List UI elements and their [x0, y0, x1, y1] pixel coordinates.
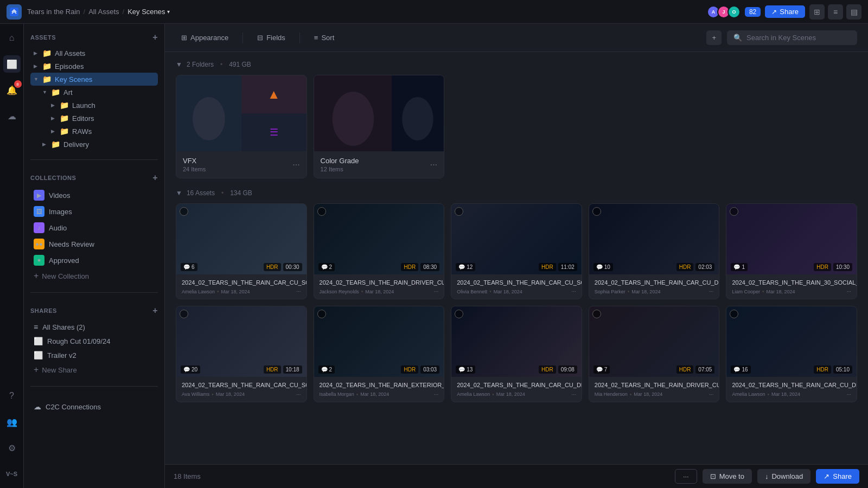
folder-more-button[interactable]: ···	[430, 160, 437, 170]
collection-audio[interactable]: ♪ Audio	[30, 220, 158, 236]
asset-more-button[interactable]: ···	[847, 288, 851, 294]
folder-card-color-grade[interactable]: Color Grade 12 Items ···	[314, 75, 445, 178]
comment-icon: 💬	[183, 264, 190, 270]
users-icon[interactable]: 👥	[3, 413, 21, 431]
asset-more-button[interactable]: ···	[434, 391, 438, 397]
asset-card[interactable]: 💬 2 HDR 08:30 2024_02_TEARS_IN_THE_RAIN_…	[314, 203, 445, 299]
folder-card-vfx[interactable]: ▲ ☰ VFX 24 Items	[176, 75, 307, 178]
asset-thumbnail: 💬 12 HDR 11:02	[451, 204, 582, 274]
view-icons: ⊞ ≡ ▤	[809, 4, 861, 20]
share-all-shares[interactable]: ≡ All Shares (2)	[30, 320, 158, 334]
settings-icon[interactable]: ⚙	[3, 439, 21, 457]
c2c-section: ☁ C2C Connections	[24, 391, 164, 418]
upload-icon[interactable]: ☁	[3, 107, 21, 125]
more-options-button[interactable]: ···	[675, 469, 697, 484]
collection-icon: 🖼	[34, 206, 44, 217]
asset-more-button[interactable]: ···	[709, 288, 713, 294]
folder-more-button[interactable]: ···	[292, 160, 299, 170]
asset-select-checkbox[interactable]	[180, 207, 188, 216]
home-icon[interactable]: ⌂	[3, 29, 21, 47]
help-icon[interactable]: ?	[3, 387, 21, 404]
new-collection-button[interactable]: + New Collection	[30, 268, 158, 284]
asset-card[interactable]: 💬 10 HDR 02:03 2024_02_TEARS_IN_THE_RAIN…	[589, 203, 720, 299]
asset-card[interactable]: 💬 6 HDR 00:30 2024_02_TEARS_IN_THE_RAIN_…	[176, 203, 307, 299]
asset-select-checkbox[interactable]	[317, 207, 326, 216]
comment-icon: 💬	[321, 367, 328, 373]
asset-name: 2024_02_TEARS_IN_THE_RAIN_EXTERIOR_CAR_C…	[320, 381, 439, 389]
share-button[interactable]: ↗ Share	[816, 469, 859, 484]
appearance-button[interactable]: ⊞ Appearance	[176, 30, 234, 45]
c2c-connections[interactable]: ☁ C2C Connections	[30, 400, 158, 414]
asset-select-checkbox[interactable]	[592, 310, 601, 318]
assets-section-header: Assets +	[30, 33, 158, 42]
asset-select-checkbox[interactable]	[730, 310, 738, 318]
comment-count: 💬 2	[318, 365, 335, 374]
move-to-button[interactable]: ⊡ Move to	[703, 469, 752, 484]
sidebar-item-key-scenes[interactable]: ▼ 📁 Key Scenes	[30, 73, 158, 86]
art-children: ▶ 📁 Launch ▶ 📁 Editors ▶ 📁 RAWs	[39, 99, 158, 138]
asset-card[interactable]: 💬 16 HDR 05:10 2024_02_TEARS_IN_THE_RAIN…	[726, 306, 857, 402]
hdr-badge: HDR	[264, 365, 281, 374]
share-rough-cut[interactable]: ⬜ Rough Cut 01/09/24	[30, 334, 158, 348]
chevron-icon: ▶	[42, 142, 48, 147]
sidebar-item-art[interactable]: ▼ 📁 Art	[39, 86, 158, 99]
add-asset-button[interactable]: +	[706, 30, 722, 45]
asset-name: 2024_02_TEARS_IN_THE_RAIN_CAR_CU_SCENE_0…	[457, 279, 576, 286]
asset-thumbnail: 💬 13 HDR 09:08	[451, 306, 582, 377]
asset-select-checkbox[interactable]	[455, 207, 463, 216]
asset-card[interactable]: 💬 1 HDR 10:30 2024_02_TEARS_IN_THE_RAIN_…	[726, 203, 857, 299]
sidebar-item-editors[interactable]: ▶ 📁 Editors	[48, 112, 158, 125]
new-share-button[interactable]: + New Share	[30, 362, 158, 377]
assets-icon[interactable]: ⬜	[3, 55, 21, 73]
app-logo	[7, 4, 22, 20]
add-collection-button[interactable]: +	[152, 173, 158, 183]
asset-select-checkbox[interactable]	[455, 310, 463, 318]
add-share-button[interactable]: +	[152, 306, 158, 316]
sidebar-item-raws[interactable]: ▶ 📁 RAWs	[48, 125, 158, 138]
asset-more-button[interactable]: ···	[434, 288, 438, 294]
asset-more-button[interactable]: ···	[296, 391, 301, 397]
asset-more-button[interactable]: ···	[847, 391, 851, 397]
grid-view-icon[interactable]: ⊞	[809, 4, 825, 20]
asset-more-button[interactable]: ···	[571, 391, 576, 397]
sidebar-item-launch[interactable]: ▶ 📁 Launch	[48, 99, 158, 112]
asset-more-button[interactable]: ···	[709, 391, 713, 397]
fields-button[interactable]: ⊟ Fields	[252, 30, 291, 45]
asset-card[interactable]: 💬 20 HDR 10:18 2024_02_TEARS_IN_THE_RAIN…	[176, 306, 307, 402]
sidebar-item-episodes[interactable]: ▶ 📁 Episodes	[30, 60, 158, 73]
asset-select-checkbox[interactable]	[180, 310, 188, 318]
share-trailer-v2[interactable]: ⬜ Trailer v2	[30, 348, 158, 362]
notification-badge: 8	[14, 80, 22, 88]
asset-more-button[interactable]: ···	[296, 288, 301, 294]
share-button[interactable]: ↗ Share	[765, 5, 805, 18]
asset-select-checkbox[interactable]	[592, 207, 601, 216]
download-button[interactable]: ↓ Download	[757, 469, 810, 484]
asset-select-checkbox[interactable]	[730, 207, 738, 216]
sort-button[interactable]: ≡ Sort	[309, 30, 340, 45]
asset-card[interactable]: 💬 7 HDR 07:05 2024_02_TEARS_IN_THE_RAIN_…	[589, 306, 720, 402]
asset-card[interactable]: 💬 2 HDR 03:03 2024_02_TEARS_IN_THE_RAIN_…	[314, 306, 445, 402]
asset-info: 2024_02_TEARS_IN_THE_RAIN_CAR_CU_SCENE_0…	[451, 274, 582, 299]
fields-icon: ⊟	[257, 34, 263, 42]
sidebar-item-all-assets[interactable]: ▶ 📁 All Assets	[30, 47, 158, 60]
notifications-icon[interactable]: 🔔 8	[3, 81, 21, 99]
folders-section-label: ▼ 2 Folders • 491 GB	[176, 61, 857, 68]
asset-card[interactable]: 💬 13 HDR 09:08 2024_02_TEARS_IN_THE_RAIN…	[451, 306, 582, 402]
all-assets-link[interactable]: All Assets	[88, 8, 119, 16]
share-icon: ⬜	[34, 337, 43, 345]
asset-select-checkbox[interactable]	[317, 310, 326, 318]
project-name[interactable]: Tears in the Rain	[27, 8, 80, 16]
assets-section: Assets + ▶ 📁 All Assets ▶ 📁 Episodes ▼ 📁…	[24, 24, 164, 155]
search-box[interactable]: 🔍 Search in Key Scenes	[727, 30, 857, 45]
asset-card[interactable]: 💬 12 HDR 11:02 2024_02_TEARS_IN_THE_RAIN…	[451, 203, 582, 299]
collection-images[interactable]: 🖼 Images	[30, 203, 158, 220]
asset-more-button[interactable]: ···	[571, 288, 576, 294]
collection-approved[interactable]: ★ Approved	[30, 252, 158, 268]
add-asset-button[interactable]: +	[152, 33, 158, 42]
sidebar-item-delivery[interactable]: ▶ 📁 Delivery	[39, 138, 158, 151]
list-view-icon[interactable]: ≡	[828, 4, 843, 20]
detail-view-icon[interactable]: ▤	[846, 4, 861, 20]
svg-point-6	[403, 97, 434, 140]
collection-videos[interactable]: ▶ Videos	[30, 187, 158, 203]
collection-needs-review[interactable]: ●● Needs Review	[30, 236, 158, 252]
